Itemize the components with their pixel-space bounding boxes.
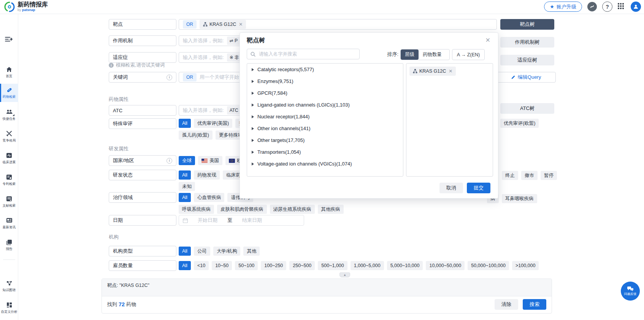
remove-tag-icon[interactable]: ✕ xyxy=(449,68,452,74)
app-logo[interactable]: 新药情报库 by patsnap xyxy=(4,1,48,13)
help-icon[interactable]: ? xyxy=(602,2,612,12)
filter-tag[interactable]: 250~500 xyxy=(289,261,315,270)
remove-tag-icon[interactable]: ✕ xyxy=(239,22,243,27)
tree-node[interactable]: Other ion channels(141) xyxy=(247,123,403,134)
indication-field-label[interactable]: 适应症 xyxy=(109,52,176,63)
filter-tag-us[interactable]: 美国 xyxy=(198,156,222,165)
filter-tag-all[interactable]: All xyxy=(179,193,191,202)
sidebar-item-competition[interactable]: 竞争格局 xyxy=(0,128,18,145)
employees-field-label[interactable]: 雇员数量 xyxy=(109,260,176,271)
modal-search-box[interactable] xyxy=(247,49,360,59)
filter-tag[interactable]: 撤市 xyxy=(521,171,538,180)
atc-field-label[interactable]: ATC xyxy=(109,105,176,116)
filter-tag[interactable]: 优先审评(欧盟) xyxy=(500,119,539,128)
target-value-box[interactable]: OR KRAS G12C ✕ xyxy=(179,19,497,30)
orgtype-field-label[interactable]: 机构类型 xyxy=(109,246,176,256)
indication-tree-button[interactable]: 适应症树 xyxy=(500,55,554,65)
atc-tree-button[interactable]: ATC树 xyxy=(500,103,554,114)
caret-right-icon[interactable] xyxy=(252,115,254,118)
target-operator-tag[interactable]: OR xyxy=(183,20,197,29)
filter-tag-global[interactable]: 全球 xyxy=(179,156,195,165)
filter-tag[interactable]: 药物发现 xyxy=(194,170,220,180)
sort-option-alpha[interactable]: A → Z(EN) xyxy=(453,49,484,60)
special-review-field-label[interactable]: 特殊审评 xyxy=(109,118,176,129)
sidebar-item-literature-search[interactable]: 文献检索 xyxy=(0,193,18,210)
moa-tree-button[interactable]: 作用机制树 xyxy=(500,37,554,48)
filter-tag[interactable]: 大学/机构 xyxy=(213,247,240,256)
filter-tag[interactable]: 1,000~5,000 xyxy=(351,261,384,270)
filter-tag[interactable]: 其他 xyxy=(243,247,260,256)
result-count[interactable]: 72 xyxy=(119,301,125,307)
filter-tag[interactable]: 其他疾病 xyxy=(318,205,344,214)
moa-example-tag[interactable]: ⇌ P xyxy=(227,37,240,45)
sidebar-item-custom-analysis[interactable]: 自定义分析 xyxy=(0,299,18,317)
filter-tag[interactable]: >100,000 xyxy=(512,261,539,270)
filter-tag-all[interactable]: All xyxy=(179,170,191,180)
filter-tag[interactable]: 心血管疾病 xyxy=(194,193,225,202)
sidebar-item-quick-tasks[interactable]: 快捷任务 xyxy=(0,106,18,124)
sidebar-collapse-icon[interactable] xyxy=(5,36,13,42)
sidebar-item-news[interactable]: 最新资讯 xyxy=(0,215,18,232)
tree-node[interactable]: Other targets(17,705) xyxy=(247,134,403,146)
region-field-label[interactable]: 国家/地区 i xyxy=(109,155,176,166)
filter-tag[interactable]: 50,000~100,000 xyxy=(468,261,509,270)
filter-tag-all[interactable]: All xyxy=(179,261,191,270)
caret-right-icon[interactable] xyxy=(252,103,254,107)
target-selected-tag[interactable]: KRAS G12C ✕ xyxy=(200,20,246,29)
filter-tag[interactable]: 耳鼻咽喉疾病 xyxy=(502,194,537,203)
date-end-placeholder[interactable]: 结束日期 xyxy=(242,217,262,224)
filter-tag[interactable]: 500~1,000 xyxy=(318,261,347,270)
tree-node[interactable]: GPCR(7,584) xyxy=(247,87,403,99)
filter-tag[interactable]: 10~50 xyxy=(212,261,232,270)
filter-tag[interactable]: 皮肤和肌肉骨骼疾病 xyxy=(217,205,267,214)
filter-tag[interactable]: 孤儿药(欧盟) xyxy=(179,131,213,140)
tree-node[interactable]: Enzymes(9,751) xyxy=(247,75,403,87)
modal-close-icon[interactable]: ✕ xyxy=(485,37,490,44)
caret-right-icon[interactable] xyxy=(252,151,254,154)
status-field-label[interactable]: 研发状态 xyxy=(109,170,176,180)
moa-field-label[interactable]: 作用机制 xyxy=(109,35,176,46)
target-tree-button[interactable]: 靶点树 xyxy=(500,19,554,30)
tree-node[interactable]: Nuclear receptor(1,844) xyxy=(247,111,403,123)
tree-node[interactable]: Ligand-gated ion channels (LGICs)(1,103) xyxy=(247,99,403,111)
edit-query-button[interactable]: 编辑Query xyxy=(496,72,556,83)
keyword-operator-tag[interactable]: OR xyxy=(183,73,197,81)
modal-submit-button[interactable]: 提交 xyxy=(467,183,490,193)
filter-tag[interactable]: 未知 xyxy=(179,182,195,191)
caret-right-icon[interactable] xyxy=(252,139,254,142)
filter-tag[interactable]: 50~100 xyxy=(235,261,258,270)
caret-right-icon[interactable] xyxy=(252,127,254,130)
sort-option-hierarchy[interactable]: 层级 xyxy=(401,49,419,60)
caret-right-icon[interactable] xyxy=(252,80,254,83)
filter-tag[interactable]: 呼吸系统疾病 xyxy=(179,205,214,214)
tree-node[interactable]: Catalytic receptors(5,577) xyxy=(247,64,403,75)
sidebar-item-drug-search[interactable]: 药物检索 xyxy=(0,84,18,102)
search-button[interactable]: 搜索 xyxy=(523,299,546,310)
tree-node[interactable]: Transporters(1,054) xyxy=(247,146,403,158)
ta-field-label[interactable]: 治疗领域 xyxy=(109,192,176,203)
user-avatar[interactable] xyxy=(631,2,641,12)
sidebar-item-knowledge-graph[interactable]: 知识图谱 xyxy=(0,277,18,295)
filter-tag-all[interactable]: All xyxy=(179,119,191,128)
keyword-field-label[interactable]: 关键词 i xyxy=(109,72,176,83)
caret-right-icon[interactable] xyxy=(252,68,254,71)
feedback-float-button[interactable]: 问题反馈 xyxy=(621,282,640,301)
tree-node[interactable]: Voltage-gated ion channels (VGICs)(1,074… xyxy=(247,158,403,170)
date-field-label[interactable]: 日期 xyxy=(109,215,176,226)
filter-tag[interactable]: 终止 xyxy=(502,171,518,180)
sidebar-item-patent-search[interactable]: 专利检索 xyxy=(0,171,18,189)
filter-tag[interactable]: 10,000~50,000 xyxy=(426,261,465,270)
filter-tag[interactable]: 公司 xyxy=(194,247,210,256)
clear-button[interactable]: 清除 xyxy=(495,299,518,310)
apps-grid-icon[interactable] xyxy=(618,3,625,11)
sort-option-drug-count[interactable]: 药物数量 xyxy=(419,49,446,60)
sidebar-item-clinical[interactable]: 临床进展 xyxy=(0,150,18,167)
filter-tag[interactable]: <10 xyxy=(194,261,209,270)
filter-tag[interactable]: 泌尿生殖系统疾病 xyxy=(270,205,315,214)
caret-right-icon[interactable] xyxy=(252,92,254,95)
filter-tag[interactable]: 优先审评(美国) xyxy=(194,119,232,128)
filter-tag[interactable]: 100~250 xyxy=(261,261,286,270)
modal-cancel-button[interactable]: 取消 xyxy=(439,183,463,193)
filter-tag[interactable]: 暂停 xyxy=(541,171,557,180)
copilot-icon[interactable] xyxy=(587,2,597,11)
